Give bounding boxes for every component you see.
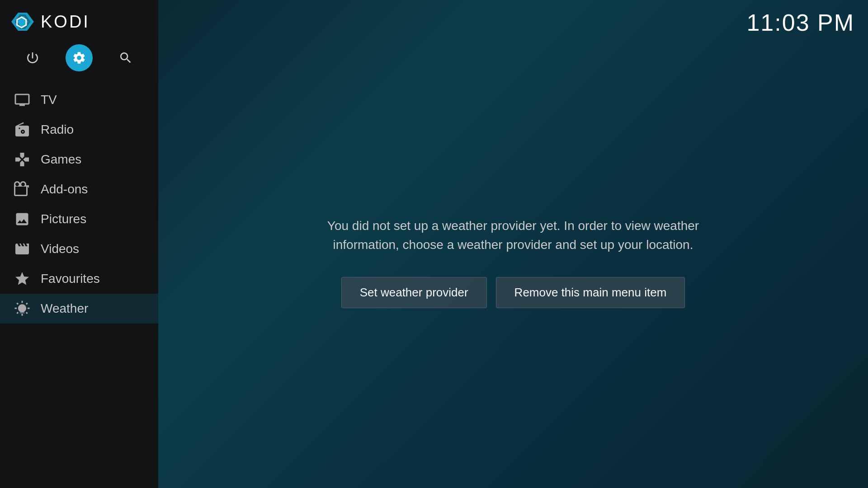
sidebar-item-tv[interactable]: TV	[0, 85, 158, 115]
info-message: You did not set up a weather provider ye…	[310, 216, 717, 254]
sidebar-item-addons[interactable]: Add-ons	[0, 174, 158, 204]
power-icon	[25, 51, 40, 65]
games-icon	[14, 151, 31, 168]
remove-menu-item-button[interactable]: Remove this main menu item	[496, 277, 685, 308]
sidebar-item-weather-label: Weather	[41, 301, 88, 316]
pictures-icon	[14, 211, 31, 228]
favourites-icon	[14, 270, 31, 287]
sidebar-item-radio[interactable]: Radio	[0, 115, 158, 145]
sidebar-nav: TV Radio Games Add-ons	[0, 80, 158, 488]
app-header: ⬡ KODI	[0, 0, 158, 40]
sidebar-item-pictures[interactable]: Pictures	[0, 204, 158, 234]
videos-icon	[14, 240, 31, 258]
sidebar-item-favourites[interactable]: Favourites	[0, 264, 158, 294]
app-name-label: KODI	[41, 12, 90, 32]
sidebar-item-games[interactable]: Games	[0, 145, 158, 174]
clock: 11:03 PM	[746, 9, 854, 36]
sidebar-item-addons-label: Add-ons	[41, 182, 88, 197]
sidebar-item-weather[interactable]: Weather	[0, 294, 158, 324]
search-icon	[118, 51, 133, 65]
sidebar-item-videos-label: Videos	[41, 242, 79, 256]
kodi-logo: ⬡ KODI	[9, 8, 90, 35]
settings-button[interactable]	[66, 44, 93, 71]
sidebar-item-tv-label: TV	[41, 93, 57, 107]
sidebar-item-games-label: Games	[41, 152, 81, 167]
radio-icon	[14, 121, 31, 138]
kodi-icon: ⬡	[9, 8, 36, 35]
svg-text:⬡: ⬡	[15, 15, 27, 30]
sidebar: ⬡ KODI	[0, 0, 158, 488]
sidebar-item-radio-label: Radio	[41, 122, 74, 137]
set-weather-provider-button[interactable]: Set weather provider	[341, 277, 487, 308]
sidebar-item-pictures-label: Pictures	[41, 212, 86, 226]
settings-icon	[72, 51, 86, 65]
sidebar-item-favourites-label: Favourites	[41, 272, 100, 286]
addons-icon	[14, 181, 31, 198]
weather-icon	[14, 300, 31, 317]
center-panel: You did not set up a weather provider ye…	[158, 36, 868, 488]
action-buttons: Set weather provider Remove this main me…	[341, 277, 685, 308]
tv-icon	[14, 91, 31, 108]
search-button[interactable]	[112, 44, 139, 71]
toolbar	[0, 40, 158, 80]
sidebar-item-videos[interactable]: Videos	[0, 234, 158, 264]
main-content: 11:03 PM You did not set up a weather pr…	[158, 0, 868, 488]
power-button[interactable]	[19, 44, 46, 71]
